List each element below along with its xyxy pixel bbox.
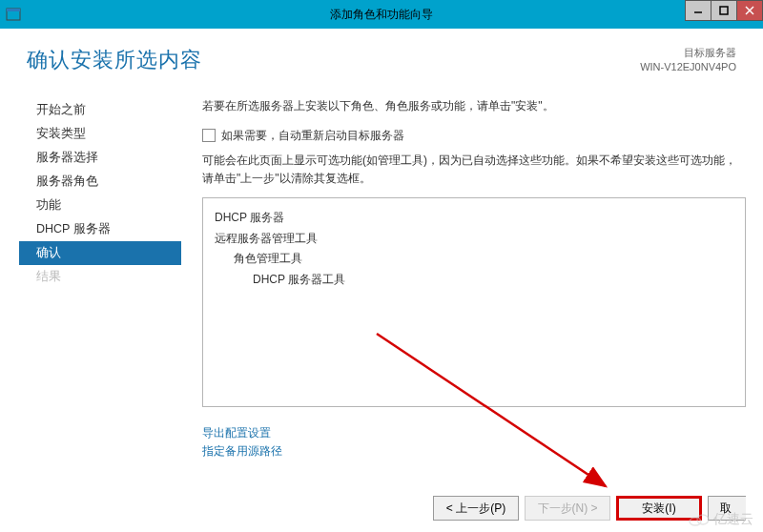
export-config-link[interactable]: 导出配置设置 [202,424,746,442]
feature-item: DHCP 服务器 [215,208,733,229]
restart-checkbox-row: 如果需要，自动重新启动目标服务器 [202,128,746,144]
sidebar-item-results: 结果 [19,265,181,289]
optional-features-note: 可能会在此页面上显示可选功能(如管理工具)，因为已自动选择这些功能。如果不希望安… [202,152,746,188]
sidebar-item-features[interactable]: 功能 [19,194,181,217]
sidebar-item-confirmation[interactable]: 确认 [19,241,181,265]
minimize-button[interactable] [685,0,711,21]
wizard-buttons: < 上一步(P) 下一步(N) > 安装(I) 取 [433,496,746,521]
restart-checkbox[interactable] [202,129,216,142]
target-server-name: WIN-V12EJ0NV4PO [640,60,736,74]
alt-source-link[interactable]: 指定备用源路径 [202,442,746,460]
sidebar-item-dhcp-server[interactable]: DHCP 服务器 [19,217,181,241]
page-title: 确认安装所选内容 [27,46,202,74]
window-title: 添加角色和功能向导 [330,7,433,23]
sidebar-item-before-you-begin[interactable]: 开始之前 [19,98,181,122]
close-button[interactable] [736,0,763,21]
restart-checkbox-label: 如果需要，自动重新启动目标服务器 [221,128,404,144]
svg-rect-1 [7,9,20,11]
sidebar-item-installation-type[interactable]: 安装类型 [19,122,181,146]
previous-button[interactable]: < 上一步(P) [433,496,519,521]
features-list: DHCP 服务器 远程服务器管理工具 角色管理工具 DHCP 服务器工具 [202,197,746,407]
intro-text: 若要在所选服务器上安装以下角色、角色服务或功能，请单击"安装"。 [202,98,746,114]
feature-item: 远程服务器管理工具 [215,229,733,250]
sidebar-item-server-roles[interactable]: 服务器角色 [19,170,181,194]
app-icon [6,7,21,22]
maximize-button[interactable] [711,0,737,21]
titlebar: 添加角色和功能向导 [0,0,763,29]
links-area: 导出配置设置 指定备用源路径 [202,424,746,460]
install-button[interactable]: 安装(I) [616,496,702,521]
window-controls [686,0,763,21]
target-label: 目标服务器 [640,46,736,60]
sidebar-item-server-selection[interactable]: 服务器选择 [19,146,181,170]
wizard-sidebar: 开始之前 安装类型 服务器选择 服务器角色 功能 DHCP 服务器 确认 结果 [19,98,181,461]
feature-item: 角色管理工具 [215,249,733,270]
content-area: 若要在所选服务器上安装以下角色、角色服务或功能，请单击"安装"。 如果需要，自动… [181,98,746,461]
cancel-button[interactable]: 取 [708,496,746,521]
next-button: 下一步(N) > [525,496,610,521]
header: 确认安装所选内容 目标服务器 WIN-V12EJ0NV4PO [0,29,763,75]
feature-item: DHCP 服务器工具 [215,270,733,291]
svg-rect-3 [720,7,728,14]
target-server-info: 目标服务器 WIN-V12EJ0NV4PO [640,46,736,75]
